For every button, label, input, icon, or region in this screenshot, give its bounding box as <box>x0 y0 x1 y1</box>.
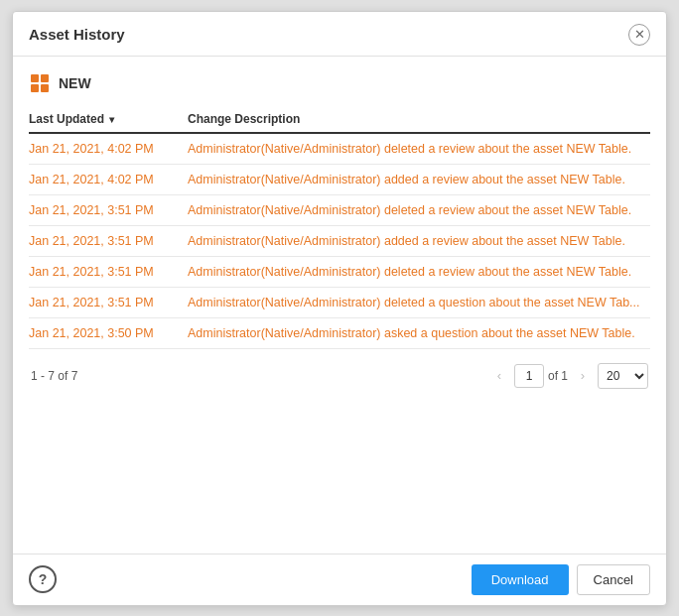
page-of-label: of 1 <box>548 369 568 383</box>
per-page-select[interactable]: 102050100 <box>598 363 648 389</box>
row-description: Administrator(Native/Administrator) aske… <box>188 317 650 348</box>
svg-rect-1 <box>41 74 49 82</box>
download-button[interactable]: Download <box>472 564 569 595</box>
dialog-body: NEW Last Updated ▾ Change Description Ja… <box>13 57 666 554</box>
pagination-controls: ‹ of 1 › 102050100 <box>488 363 648 389</box>
row-description: Administrator(Native/Administrator) dele… <box>188 287 650 317</box>
sort-icon: ▾ <box>109 114 114 125</box>
table-row: Jan 21, 2021, 3:51 PM Administrator(Nati… <box>29 287 650 317</box>
table-row: Jan 21, 2021, 3:51 PM Administrator(Nati… <box>29 225 650 256</box>
dialog-title: Asset History <box>29 26 125 43</box>
row-description: Administrator(Native/Administrator) dele… <box>188 256 650 287</box>
table-row: Jan 21, 2021, 4:02 PM Administrator(Nati… <box>29 133 650 165</box>
range-start: 1 - 7 <box>31 369 55 383</box>
row-description: Administrator(Native/Administrator) adde… <box>188 225 650 256</box>
asset-history-dialog: Asset History ✕ NEW Last Up <box>12 11 667 606</box>
close-button[interactable]: ✕ <box>628 24 650 46</box>
row-date: Jan 21, 2021, 4:02 PM <box>29 164 188 194</box>
dialog-footer: ? Download Cancel <box>13 554 666 605</box>
total-pages: 1 <box>561 369 568 383</box>
svg-rect-2 <box>31 84 39 92</box>
help-button[interactable]: ? <box>29 565 57 593</box>
table-row: Jan 21, 2021, 3:51 PM Administrator(Nati… <box>29 194 650 225</box>
table-body: Jan 21, 2021, 4:02 PM Administrator(Nati… <box>29 133 650 349</box>
col-last-updated[interactable]: Last Updated ▾ <box>29 106 188 133</box>
svg-rect-0 <box>31 74 39 82</box>
page-number-input[interactable] <box>514 364 544 388</box>
row-description: Administrator(Native/Administrator) dele… <box>188 133 650 165</box>
history-table: Last Updated ▾ Change Description Jan 21… <box>29 106 650 349</box>
table-row: Jan 21, 2021, 3:51 PM Administrator(Nati… <box>29 256 650 287</box>
next-page-button[interactable]: › <box>572 365 594 387</box>
row-description: Administrator(Native/Administrator) dele… <box>188 194 650 225</box>
asset-name: NEW <box>59 75 91 91</box>
col-change-description: Change Description <box>188 106 650 133</box>
table-header-row: Last Updated ▾ Change Description <box>29 106 650 133</box>
table-row: Jan 21, 2021, 3:50 PM Administrator(Nati… <box>29 317 650 348</box>
row-date: Jan 21, 2021, 4:02 PM <box>29 133 188 165</box>
pagination-info: 1 - 7 of 7 <box>31 369 77 383</box>
close-icon: ✕ <box>634 28 645 41</box>
row-date: Jan 21, 2021, 3:51 PM <box>29 287 188 317</box>
footer-actions: Download Cancel <box>472 564 650 595</box>
of-text: of <box>548 369 561 383</box>
svg-rect-3 <box>41 84 49 92</box>
of-label-1: of <box>58 369 70 383</box>
help-icon: ? <box>39 571 48 587</box>
total-count: 7 <box>71 369 78 383</box>
row-date: Jan 21, 2021, 3:51 PM <box>29 194 188 225</box>
prev-page-button[interactable]: ‹ <box>488 365 510 387</box>
table-icon <box>29 72 51 94</box>
row-description: Administrator(Native/Administrator) adde… <box>188 164 650 194</box>
asset-label: NEW <box>29 72 650 94</box>
pagination-row: 1 - 7 of 7 ‹ of 1 › 102050100 <box>29 363 650 389</box>
table-row: Jan 21, 2021, 4:02 PM Administrator(Nati… <box>29 164 650 194</box>
row-date: Jan 21, 2021, 3:50 PM <box>29 317 188 348</box>
dialog-header: Asset History ✕ <box>13 12 666 57</box>
row-date: Jan 21, 2021, 3:51 PM <box>29 225 188 256</box>
cancel-button[interactable]: Cancel <box>577 564 650 595</box>
row-date: Jan 21, 2021, 3:51 PM <box>29 256 188 287</box>
